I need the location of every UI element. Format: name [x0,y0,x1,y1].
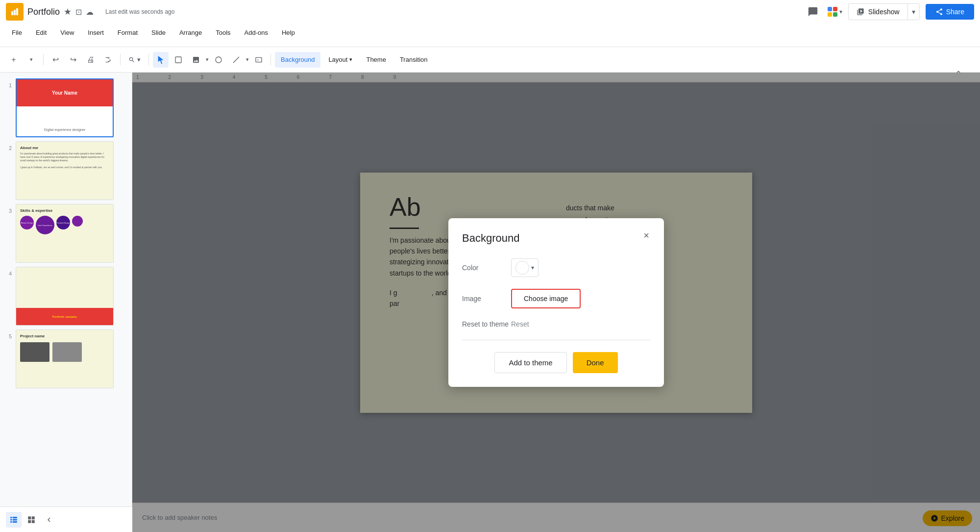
skill-circle-1: Motion Design [20,216,34,229]
slide4-label: Portfolio samples [52,315,77,318]
reset-to-theme-label: Reset to theme [462,320,511,328]
top-bar: Portfolio ★ ⊡ ☁ Last edit was seconds ag… [0,0,980,47]
redo-button[interactable]: ↪ [65,52,81,68]
slide-thumb-4: Portfolio samples [16,267,114,326]
svg-rect-10 [13,517,17,518]
slide-number-4: 4 [4,271,12,277]
theme-toolbar-btn[interactable]: Theme [360,52,392,68]
slide-panel: 1 Your Name Digital experience designer … [0,73,132,532]
menu-format[interactable]: Format [112,27,144,38]
select-box-button[interactable] [171,52,186,68]
folder-icon[interactable]: ⊡ [75,7,82,17]
menu-help[interactable]: Help [276,27,301,38]
share-button[interactable]: Share [926,4,974,20]
slide-item-4[interactable]: 4 Portfolio samples [0,265,132,328]
svg-rect-13 [10,521,12,523]
menu-addons[interactable]: Add-ons [239,27,274,38]
slide1-subtitle: Digital experience designer [17,128,113,131]
print-button[interactable]: 🖨 [83,52,98,68]
comment-button[interactable] [804,3,822,21]
slide-thumb-2: About me I'm passionate about building g… [16,141,114,200]
slide-number-5: 5 [4,333,12,339]
star-icon[interactable]: ★ [64,6,72,17]
close-icon: × [643,230,649,241]
menu-insert[interactable]: Insert [82,27,110,38]
svg-rect-15 [28,516,31,519]
slide-item-5[interactable]: 5 Project name [0,328,132,390]
svg-rect-4 [175,57,181,63]
color-picker-button[interactable]: ▾ [511,258,539,277]
svg-line-6 [233,57,239,63]
skill-circle-4 [72,216,83,227]
svg-rect-14 [13,521,17,523]
app-icon [6,3,24,21]
reset-button[interactable]: Reset [511,320,529,328]
slideshow-dropdown[interactable]: ▾ [907,3,920,20]
grid-view-btn[interactable] [24,512,39,528]
background-toolbar-btn[interactable]: Background [275,52,320,68]
background-dialog: Background × Color ▾ Image Choose image [448,218,664,387]
separator-4 [270,54,271,66]
slide-thumb-5: Project name [16,329,114,388]
paint-format-button[interactable] [100,52,116,68]
doc-title[interactable]: Portfolio [27,7,60,17]
skill-circle-2: User Experience [36,216,54,234]
slideshow-button[interactable]: Slideshow ▾ [848,3,920,20]
image-label: Image [462,295,511,303]
shapes-button[interactable] [211,52,226,68]
slide-number-3: 3 [4,208,12,214]
add-to-theme-button[interactable]: Add to theme [494,352,566,373]
slide-item-3[interactable]: 3 Skills & expertise Motion Design User … [0,202,132,265]
svg-rect-16 [32,516,35,519]
layout-label: Layout [328,56,347,63]
done-button[interactable]: Done [573,352,618,373]
slide2-title: About me [20,146,109,150]
canvas-area: 1 2 3 4 5 6 7 8 9 Ab I'm passionate abou… [132,73,980,532]
line-button[interactable] [228,52,244,68]
separator-2 [120,54,121,66]
add-dropdown[interactable]: ▾ [24,52,39,68]
svg-rect-17 [28,520,31,523]
transition-toolbar-btn[interactable]: Transition [394,52,434,68]
cloud-icon[interactable]: ☁ [86,7,94,17]
menu-view[interactable]: View [54,27,80,38]
choose-image-button[interactable]: Choose image [511,289,581,308]
add-button[interactable]: + [6,52,22,68]
svg-rect-3 [16,8,18,15]
title-right: ▾ Slideshow ▾ Share [804,3,974,21]
menu-slide[interactable]: Slide [146,27,172,38]
layout-toolbar-btn[interactable]: Layout ▾ [322,52,358,68]
share-label: Share [946,8,964,16]
menu-edit[interactable]: Edit [30,27,52,38]
slide1-name: Your Name [52,90,77,96]
menu-arrange[interactable]: Arrange [173,27,208,38]
svg-rect-1 [11,11,13,15]
zoom-button[interactable]: ▾ [124,52,145,68]
meet-icon[interactable]: ▾ [828,7,842,17]
slideshow-main-button[interactable]: Slideshow [848,3,907,20]
slide-thumb-3: Skills & expertise Motion Design User Ex… [16,204,114,263]
svg-text:T: T [257,58,259,61]
menu-file[interactable]: File [6,27,28,38]
slide-item-1[interactable]: 1 Your Name Digital experience designer [0,76,132,139]
color-label: Color [462,264,511,272]
insert-image-button[interactable] [188,52,204,68]
cursor-button[interactable] [153,52,169,68]
close-dialog-button[interactable]: × [638,228,654,244]
image-row: Image Choose image [462,289,650,308]
separator-1 [43,54,44,66]
title-icons: ★ ⊡ ☁ [64,6,94,17]
menu-bar: File Edit View Insert Format Slide Arran… [0,24,980,41]
slide-thumb-1: Your Name Digital experience designer [16,78,114,137]
text-box-button[interactable]: T [251,52,267,68]
undo-button[interactable]: ↩ [48,52,63,68]
modal-overlay[interactable]: Background × Color ▾ Image Choose image [132,73,980,532]
slide-number-2: 2 [4,145,12,151]
list-view-btn[interactable] [6,512,22,528]
color-dropdown-arrow: ▾ [531,264,534,271]
menu-tools[interactable]: Tools [210,27,236,38]
color-swatch [515,261,529,275]
svg-rect-11 [10,519,12,520]
collapse-sidebar-btn[interactable] [41,512,57,528]
slide-item-2[interactable]: 2 About me I'm passionate about building… [0,139,132,202]
